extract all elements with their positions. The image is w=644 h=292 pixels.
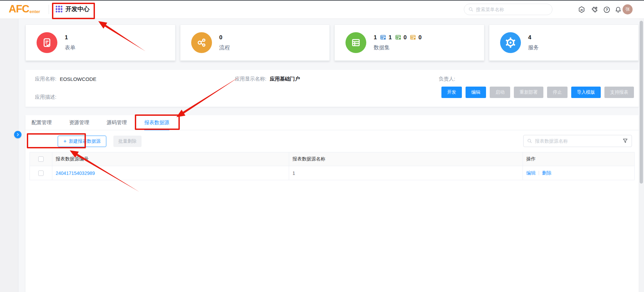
services-label: 服务 [528, 44, 539, 51]
batch-delete-button[interactable]: 批量删除 [113, 136, 142, 147]
avatar-text: 张 [626, 6, 630, 12]
flow-icon [191, 32, 212, 53]
datasource-id-link[interactable]: 240417154032989 [56, 171, 95, 176]
dataset-icon [345, 32, 366, 53]
stat-card-forms[interactable]: 1 表单 [25, 25, 175, 61]
column-header-id: 报表数据源编号 [52, 152, 289, 166]
stat-card-flows[interactable]: 0 流程 [180, 25, 330, 61]
menu-search-input[interactable] [476, 7, 543, 12]
new-report-datasource-button[interactable]: + 新建报表数据源 [58, 136, 106, 147]
redeploy-button[interactable]: 重新部署 [514, 87, 543, 98]
stat-card-services[interactable]: 4 服务 [489, 25, 639, 61]
app-name-label: 应用名称: [35, 76, 56, 82]
datasource-table: 报表数据源编号 报表数据源名称 操作 240417154032989 1 编辑 … [30, 152, 635, 180]
app-action-buttons: 开发 编辑 启动 重新部署 停止 导入模版 支持报表 [441, 87, 634, 98]
top-navbar: AFC enter 开发中心 AI ? 张 [0, 0, 644, 19]
datasets-count: 1 [374, 34, 377, 41]
dataset-sub-count-2: 0 [404, 34, 407, 41]
svg-text:?: ? [606, 8, 608, 12]
scrollbar-thumb[interactable] [640, 21, 643, 184]
new-report-datasource-label: 新建报表数据源 [69, 138, 101, 144]
filter-funnel-icon[interactable] [622, 138, 628, 144]
sidebar-expand-button[interactable] [14, 131, 21, 138]
datasource-search-box[interactable] [523, 135, 632, 147]
import-template-button[interactable]: 导入模版 [571, 87, 601, 98]
navbar-divider [49, 5, 49, 14]
plugin-icon[interactable] [590, 6, 598, 14]
app-owner-label: 负责人: [439, 76, 455, 82]
logo-text: AFC [9, 3, 29, 15]
develop-button[interactable]: 开发 [441, 87, 462, 98]
tab-config-management[interactable]: 配置管理 [32, 115, 52, 130]
tab-source-management[interactable]: 源码管理 [107, 115, 127, 130]
stat-card-datasets[interactable]: 1 1 [334, 25, 484, 61]
flows-label: 流程 [219, 44, 230, 51]
chevron-right-icon [15, 132, 20, 137]
support-report-button[interactable]: 支持报表 [604, 87, 634, 98]
table-header-row: 报表数据源编号 报表数据源名称 操作 [30, 152, 634, 166]
ai-icon[interactable]: AI [578, 6, 586, 14]
window-top-edge [0, 0, 644, 1]
svg-text:AI: AI [580, 8, 583, 11]
plus-icon: + [63, 139, 66, 144]
flows-count: 0 [219, 34, 230, 41]
service-gear-icon [500, 32, 521, 53]
user-avatar[interactable]: 张 [623, 4, 633, 14]
search-icon [468, 7, 474, 12]
dataset-table-green-icon [395, 34, 401, 41]
tab-resource-management[interactable]: 资源管理 [69, 115, 89, 130]
dataset-sub-count-1: 1 [388, 34, 391, 41]
management-tab-panel: 配置管理 资源管理 源码管理 报表数据源 + 新建报表数据源 批量删除 报表数据… [25, 115, 639, 292]
menu-search-box[interactable] [464, 4, 552, 15]
dev-center-menu-button[interactable]: 开发中心 [56, 5, 90, 13]
forms-label: 表单 [65, 44, 75, 51]
logo-suffix: enter [30, 9, 40, 14]
row-delete-link[interactable]: 删除 [542, 170, 551, 176]
column-header-name: 报表数据源名称 [289, 152, 523, 166]
search-icon [527, 138, 532, 144]
app-name-value: EOSLOWCODE [60, 76, 96, 82]
collapsed-sidebar [0, 19, 18, 292]
stat-cards-row: 1 表单 0 流程 [25, 25, 639, 61]
start-button[interactable]: 启动 [490, 87, 510, 98]
app-info-panel: 应用名称: EOSLOWCODE 应用显示名称: 应用基础门户 负责人: 应用描… [25, 70, 639, 107]
row-checkbox[interactable] [38, 171, 44, 176]
tab-report-datasource[interactable]: 报表数据源 [144, 115, 169, 130]
select-all-checkbox[interactable] [38, 156, 44, 162]
row-edit-link[interactable]: 编辑 [526, 170, 536, 176]
datasource-search-input[interactable] [535, 138, 620, 144]
datasets-label: 数据集 [374, 44, 422, 51]
services-count: 4 [528, 34, 539, 41]
dataset-table-blue-icon [380, 34, 386, 41]
forms-count: 1 [65, 34, 75, 41]
dataset-sub-count-3: 0 [418, 34, 421, 41]
edit-button[interactable]: 编辑 [466, 87, 486, 98]
app-logo[interactable]: AFC enter [9, 3, 40, 15]
table-row: 240417154032989 1 编辑 删除 [30, 166, 634, 180]
dataset-table-orange-icon [410, 34, 416, 41]
app-display-name-label: 应用显示名称: [235, 76, 266, 82]
tab-bar: 配置管理 资源管理 源码管理 报表数据源 [25, 115, 639, 130]
dev-center-label: 开发中心 [65, 5, 90, 13]
apps-grid-icon [56, 6, 62, 12]
column-header-actions: 操作 [523, 152, 634, 166]
action-separator [539, 171, 539, 175]
app-desc-label: 应用描述: [35, 94, 56, 100]
bell-icon[interactable] [614, 6, 622, 14]
form-icon [37, 32, 57, 53]
help-icon[interactable]: ? [603, 6, 611, 14]
app-display-name-value: 应用基础门户 [270, 76, 300, 82]
datasource-name-cell: 1 [289, 166, 523, 180]
stop-button[interactable]: 停止 [547, 87, 568, 98]
